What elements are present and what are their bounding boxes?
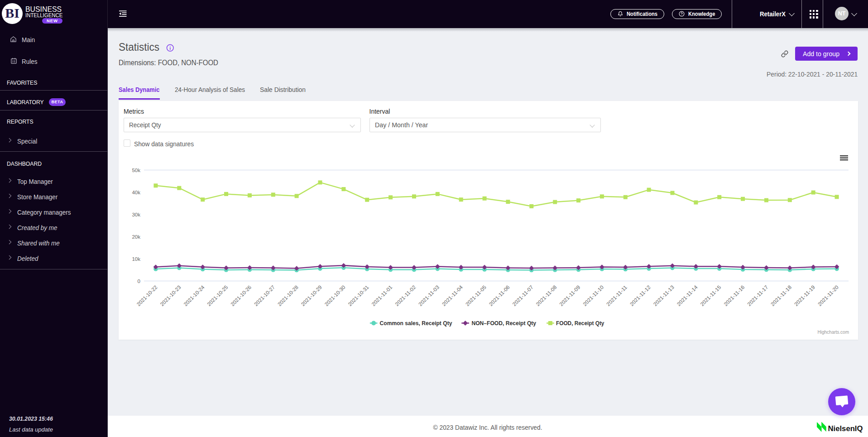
svg-text:2021-11-10: 2021-11-10 <box>582 284 604 307</box>
svg-text:2021-10-28: 2021-10-28 <box>277 284 299 307</box>
svg-text:2021-10-23: 2021-10-23 <box>159 284 182 307</box>
svg-text:2021-11-20: 2021-11-20 <box>817 284 839 307</box>
svg-text:2021-10-25: 2021-10-25 <box>206 284 229 307</box>
svg-text:2021-11-06: 2021-11-06 <box>488 284 511 307</box>
svg-text:2021-11-07: 2021-11-07 <box>512 284 534 307</box>
svg-text:Common sales, Receipt Qty: Common sales, Receipt Qty <box>380 320 452 327</box>
svg-text:2021-11-16: 2021-11-16 <box>723 284 745 307</box>
svg-text:2021-10-30: 2021-10-30 <box>324 284 346 307</box>
svg-text:2021-11-03: 2021-11-03 <box>417 284 440 307</box>
svg-text:2021-11-13: 2021-11-13 <box>652 284 675 307</box>
svg-text:2021-10-29: 2021-10-29 <box>300 284 323 307</box>
svg-text:2021-11-14: 2021-11-14 <box>676 284 699 307</box>
svg-text:2021-11-12: 2021-11-12 <box>629 284 652 307</box>
svg-text:2021-11-19: 2021-11-19 <box>793 284 816 307</box>
svg-text:50k: 50k <box>132 168 140 173</box>
svg-text:2021-11-04: 2021-11-04 <box>441 284 464 307</box>
svg-text:20k: 20k <box>132 234 140 240</box>
svg-text:2021-11-15: 2021-11-15 <box>699 284 722 307</box>
svg-text:Highcharts.com: Highcharts.com <box>818 330 849 335</box>
svg-text:2021-11-11: 2021-11-11 <box>605 284 628 307</box>
svg-text:10k: 10k <box>132 256 140 262</box>
svg-text:2021-10-31: 2021-10-31 <box>347 284 369 307</box>
svg-text:2021-11-18: 2021-11-18 <box>770 284 792 307</box>
svg-text:2021-11-08: 2021-11-08 <box>535 284 557 307</box>
svg-text:2021-11-09: 2021-11-09 <box>558 284 581 307</box>
svg-text:30k: 30k <box>132 212 140 217</box>
svg-text:0: 0 <box>138 279 140 284</box>
svg-text:2021-10-26: 2021-10-26 <box>230 284 252 307</box>
svg-text:2021-11-02: 2021-11-02 <box>394 284 417 307</box>
svg-text:NON–FOOD, Receipt Qty: NON–FOOD, Receipt Qty <box>471 320 536 327</box>
svg-text:2021-10-24: 2021-10-24 <box>182 284 206 307</box>
svg-text:2021-11-01: 2021-11-01 <box>370 284 393 307</box>
svg-text:FOOD, Receipt Qty: FOOD, Receipt Qty <box>556 320 604 327</box>
svg-text:2021-11-05: 2021-11-05 <box>465 284 487 307</box>
svg-text:40k: 40k <box>132 190 140 195</box>
svg-text:NielsenIQ: NielsenIQ <box>828 424 863 432</box>
svg-text:2021-10-22: 2021-10-22 <box>136 284 158 307</box>
svg-text:2021-10-27: 2021-10-27 <box>253 284 276 307</box>
svg-text:2021-11-17: 2021-11-17 <box>746 284 769 307</box>
